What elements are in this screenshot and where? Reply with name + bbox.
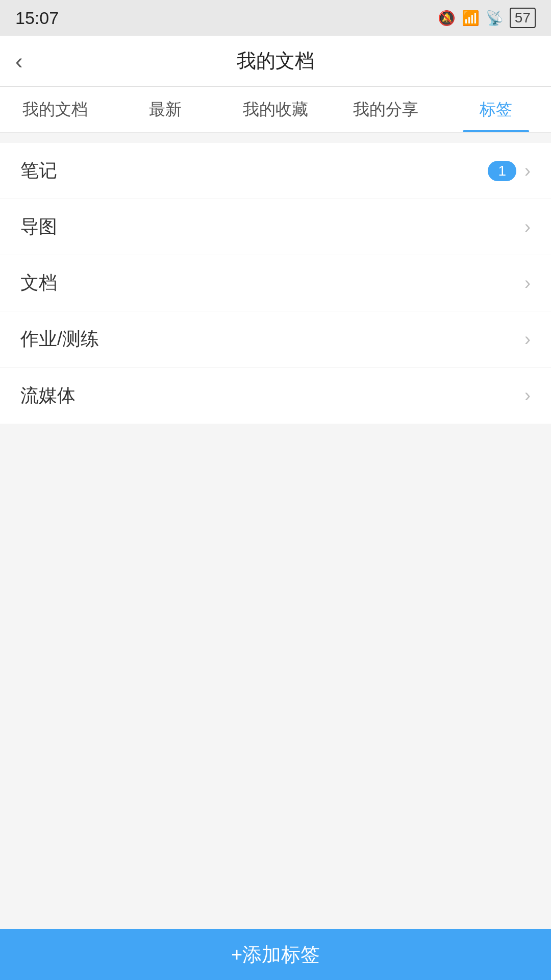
add-tag-button[interactable]: +添加标签 <box>0 929 551 980</box>
chevron-docs: › <box>524 273 531 294</box>
list-item-label-streaming: 流媒体 <box>20 383 524 408</box>
tab-favorites[interactable]: 我的收藏 <box>220 87 331 132</box>
list-item-label-homework: 作业/测练 <box>20 327 524 352</box>
badge-notes: 1 <box>488 161 516 181</box>
tab-bar: 我的文档 最新 我的收藏 我的分享 标签 <box>0 87 551 133</box>
tab-tags[interactable]: 标签 <box>441 87 551 132</box>
back-button[interactable]: ‹ <box>15 48 23 74</box>
signal-icon: 📶 <box>462 10 480 27</box>
list-item-mindmap[interactable]: 导图 › <box>0 199 551 255</box>
chevron-streaming: › <box>524 385 531 406</box>
list-item-notes[interactable]: 笔记 1 › <box>0 143 551 199</box>
list-item-label-mindmap: 导图 <box>20 214 524 239</box>
list-item-streaming[interactable]: 流媒体 › <box>0 368 551 424</box>
status-icons: 🔕 📶 📡 57 <box>438 8 536 28</box>
header: ‹ 我的文档 <box>0 36 551 87</box>
chevron-homework: › <box>524 329 531 350</box>
list-item-right-mindmap: › <box>524 216 531 238</box>
tag-list: 笔记 1 › 导图 › 文档 › 作业/测练 › 流媒体 › <box>0 143 551 424</box>
chevron-notes: › <box>524 160 531 182</box>
list-item-label-docs: 文档 <box>20 271 524 296</box>
tab-latest[interactable]: 最新 <box>110 87 220 132</box>
list-item-right-notes: 1 › <box>488 160 531 182</box>
tab-shared[interactable]: 我的分享 <box>331 87 441 132</box>
status-bar: 15:07 🔕 📶 📡 57 <box>0 0 551 36</box>
list-item-docs[interactable]: 文档 › <box>0 255 551 311</box>
battery-indicator: 57 <box>510 8 536 28</box>
notification-icon: 🔕 <box>438 10 456 27</box>
page-title: 我的文档 <box>237 48 314 74</box>
wifi-icon: 📡 <box>486 10 504 27</box>
tab-my-docs[interactable]: 我的文档 <box>0 87 110 132</box>
list-item-right-homework: › <box>524 329 531 350</box>
list-item-homework[interactable]: 作业/测练 › <box>0 311 551 368</box>
add-tag-label: +添加标签 <box>231 942 320 968</box>
status-time: 15:07 <box>15 8 59 28</box>
list-item-right-streaming: › <box>524 385 531 406</box>
list-item-label-notes: 笔记 <box>20 158 488 183</box>
list-item-right-docs: › <box>524 273 531 294</box>
chevron-mindmap: › <box>524 216 531 238</box>
